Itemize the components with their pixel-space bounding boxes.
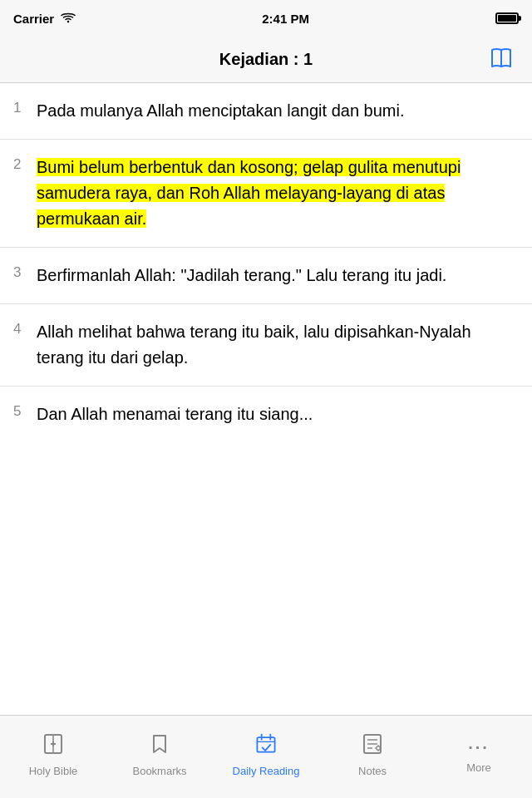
verse-number: 1 (13, 98, 37, 116)
verse-number: 4 (13, 319, 37, 337)
verse-number: 5 (13, 401, 37, 420)
tab-holy-bible[interactable]: Holy Bible (0, 716, 106, 798)
verse-row-partial: 5 Dan Allah menamai terang itu siang... (0, 387, 532, 436)
verse-text-highlighted: Bumi belum berbentuk dan kosong; gelap g… (37, 155, 519, 232)
verse-row: 1 Pada mulanya Allah menciptakan langit … (0, 83, 532, 140)
status-carrier: Carrier (13, 12, 76, 26)
verse-text: Allah melihat bahwa terang itu baik, lal… (37, 319, 519, 371)
verse-text: Pada mulanya Allah menciptakan langit da… (37, 98, 519, 124)
holy-bible-icon (41, 732, 66, 760)
verse-row: 4 Allah melihat bahwa terang itu baik, l… (0, 304, 532, 387)
verse-number: 2 (13, 155, 37, 173)
tab-daily-reading[interactable]: Daily Reading (213, 716, 319, 798)
nav-bar: Kejadian : 1 (0, 37, 532, 83)
tab-holy-bible-label: Holy Bible (29, 765, 78, 777)
notes-icon (360, 732, 385, 760)
status-bar: Carrier 2:41 PM (0, 0, 532, 37)
bookmarks-icon (147, 732, 172, 760)
tab-bookmarks-label: Bookmarks (132, 765, 186, 777)
wifi-icon (61, 12, 76, 24)
tab-more[interactable]: ··· More (426, 716, 532, 798)
tab-daily-reading-label: Daily Reading (233, 765, 300, 777)
carrier-text: Carrier (13, 12, 54, 26)
verse-row: 3 Berfirmanlah Allah: "Jadilah terang." … (0, 248, 532, 304)
battery-icon (495, 12, 519, 24)
verse-row: 2 Bumi belum berbentuk dan kosong; gelap… (0, 140, 532, 248)
tab-bar: Holy Bible Bookmarks Daily Reading (0, 715, 532, 798)
highlight-span: Bumi belum berbentuk dan kosong; gelap g… (37, 158, 461, 228)
daily-reading-icon (254, 732, 278, 760)
more-icon: ··· (468, 735, 490, 756)
verse-text-partial: Dan Allah menamai terang itu siang... (37, 401, 519, 427)
tab-notes[interactable]: Notes (319, 716, 426, 798)
verse-number: 3 (13, 263, 37, 281)
tab-bookmarks[interactable]: Bookmarks (106, 716, 213, 798)
verse-content: 1 Pada mulanya Allah menciptakan langit … (0, 83, 532, 715)
status-battery (495, 12, 519, 24)
tab-more-label: More (466, 761, 491, 774)
status-time: 2:41 PM (262, 12, 309, 26)
page-title: Kejadian : 1 (219, 50, 313, 69)
verse-text: Berfirmanlah Allah: "Jadilah terang." La… (37, 263, 519, 288)
book-icon[interactable] (487, 44, 515, 76)
tab-notes-label: Notes (358, 765, 387, 777)
